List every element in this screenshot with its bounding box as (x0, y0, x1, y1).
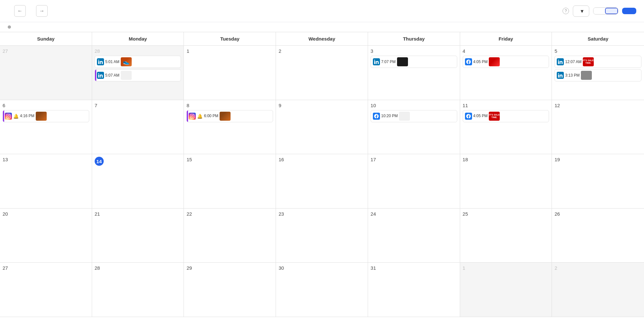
linkedin-icon (557, 72, 564, 79)
calendar-cell-0-0[interactable]: 27 (0, 46, 92, 100)
create-post-button[interactable] (622, 8, 636, 14)
calendar-cell-0-3[interactable]: 2 (276, 46, 368, 100)
calendar-cell-1-3[interactable]: 9 (276, 100, 368, 154)
calendar-cell-2-4[interactable]: 17 (368, 154, 460, 208)
calendar-row-4: 272829303112 (0, 263, 644, 317)
calendar-cell-3-6[interactable]: 26 (552, 209, 644, 263)
date-number: 30 (279, 265, 284, 271)
date-number: 24 (371, 211, 376, 217)
day-header-wednesday: Wednesday (276, 32, 368, 45)
day-header-saturday: Saturday (552, 32, 644, 45)
sale-thumbnail: IT'S SALETIME. (583, 57, 594, 66)
date-number: 19 (554, 157, 560, 162)
facebook-icon (465, 113, 472, 120)
date-number: 11 (463, 103, 468, 108)
day-header-friday: Friday (460, 32, 552, 45)
calendar-cell-2-3[interactable]: 16 (276, 154, 368, 208)
calendar-cell-3-2[interactable]: 22 (184, 209, 276, 263)
date-number: 23 (279, 211, 284, 217)
calendar-cell-3-4[interactable]: 24 (368, 209, 460, 263)
date-number: 1 (186, 48, 189, 54)
calendar-cell-2-0[interactable]: 13 (0, 154, 92, 208)
prev-button[interactable]: ← (14, 5, 26, 17)
calendar-event[interactable]: 3:13 PM (554, 69, 641, 81)
month-view-button[interactable] (605, 8, 618, 14)
event-time: 5:07 AM (105, 73, 119, 78)
calendar-cell-1-5[interactable]: 114:05 PMIT'S SALETIME. (460, 100, 552, 154)
date-number: 9 (279, 103, 281, 108)
date-number: 8 (186, 103, 189, 108)
calendar-event[interactable]: 12:07 AMIT'S SALETIME. (554, 56, 641, 68)
calendar-event[interactable]: 7:07 PM (371, 56, 457, 68)
calendar-cell-2-1[interactable]: 14 (92, 154, 184, 208)
calendar-cell-2-6[interactable]: 19 (552, 154, 644, 208)
calendar-event[interactable]: 5:01 AM👟 (95, 56, 181, 68)
calendar-cell-1-4[interactable]: 1010:20 PM (368, 100, 460, 154)
linkedin-icon (557, 58, 564, 65)
date-number: 16 (279, 157, 284, 162)
calendar-cell-4-1[interactable]: 28 (92, 263, 184, 317)
date-number: 29 (186, 265, 192, 271)
event-time: 5:01 AM (105, 60, 119, 64)
day-header-tuesday: Tuesday (184, 32, 276, 45)
calendar-cell-3-0[interactable]: 20 (0, 209, 92, 263)
calendar-event[interactable]: 🔔6:00 PM (186, 110, 273, 122)
event-time: 6:00 PM (204, 114, 218, 118)
date-number: 21 (95, 211, 100, 217)
food-thumbnail (220, 112, 231, 121)
calendar-cell-3-5[interactable]: 25 (460, 209, 552, 263)
calendar-cell-1-0[interactable]: 6🔔4:16 PM (0, 100, 92, 154)
calendar-cell-2-5[interactable]: 18 (460, 154, 552, 208)
calendar-cell-4-4[interactable]: 31 (368, 263, 460, 317)
event-time: 3:13 PM (565, 73, 580, 78)
calendar: SundayMondayTuesdayWednesdayThursdayFrid… (0, 32, 644, 317)
timezone-area: ? (561, 8, 569, 14)
calendar-cell-4-2[interactable]: 29 (184, 263, 276, 317)
day-header-thursday: Thursday (368, 32, 460, 45)
calendar-cell-1-6[interactable]: 12 (552, 100, 644, 154)
calendar-cell-0-4[interactable]: 37:07 PM (368, 46, 460, 100)
calendar-cell-3-3[interactable]: 23 (276, 209, 368, 263)
channels-dropdown[interactable]: ▼ (573, 5, 589, 17)
calendar-event[interactable]: 🔔4:16 PM (3, 110, 89, 122)
calendar-cell-0-1[interactable]: 285:01 AM👟5:07 AM (92, 46, 184, 100)
timezone-help-icon[interactable]: ? (563, 8, 569, 14)
date-number: 2 (554, 265, 557, 271)
date-number: 25 (463, 211, 468, 217)
calendar-row-2: 13141516171819 (0, 154, 644, 209)
calendar-cell-4-5[interactable]: 1 (460, 263, 552, 317)
linkedin-icon (97, 58, 104, 65)
week-view-button[interactable] (593, 8, 605, 14)
calendar-event[interactable]: 4:05 PM (463, 56, 549, 68)
calendar-event[interactable]: 10:20 PM (371, 110, 457, 122)
notification-bell-icon: 🔔 (13, 114, 19, 119)
calendar-row-1: 6🔔4:16 PM78🔔6:00 PM91010:20 PM114:05 PMI… (0, 100, 644, 154)
calendar-cell-3-1[interactable]: 21 (92, 209, 184, 263)
calendar-event[interactable]: 5:07 AM (95, 69, 181, 81)
instagram-icon (189, 113, 196, 120)
food-thumbnail (36, 112, 47, 121)
calendar-cell-0-5[interactable]: 44:05 PM (460, 46, 552, 100)
date-number: 20 (3, 211, 8, 217)
calendar-cell-0-2[interactable]: 1 (184, 46, 276, 100)
calendar-body: 27285:01 AM👟5:07 AM1237:07 PM44:05 PM512… (0, 46, 644, 317)
sale-thumbnail: IT'S SALETIME. (489, 112, 500, 121)
date-number: 1 (463, 265, 465, 271)
facebook-icon (465, 58, 472, 65)
feedback-dot-icon (8, 25, 11, 29)
next-button[interactable]: → (36, 5, 48, 17)
date-number: 31 (371, 265, 376, 271)
calendar-cell-2-2[interactable]: 15 (184, 154, 276, 208)
calendar-event[interactable]: 4:05 PMIT'S SALETIME. (463, 110, 549, 122)
today-date-number: 14 (95, 157, 104, 166)
calendar-cell-4-6[interactable]: 2 (552, 263, 644, 317)
calendar-cell-1-2[interactable]: 8🔔6:00 PM (184, 100, 276, 154)
event-time: 7:07 PM (381, 60, 396, 64)
calendar-cell-0-6[interactable]: 512:07 AMIT'S SALETIME.3:13 PM (552, 46, 644, 100)
calendar-cell-4-3[interactable]: 30 (276, 263, 368, 317)
date-number: 10 (371, 103, 376, 108)
calendar-cell-4-0[interactable]: 27 (0, 263, 92, 317)
day-header-monday: Monday (92, 32, 184, 45)
calendar-cell-1-1[interactable]: 7 (92, 100, 184, 154)
gray-thumbnail (581, 71, 592, 80)
